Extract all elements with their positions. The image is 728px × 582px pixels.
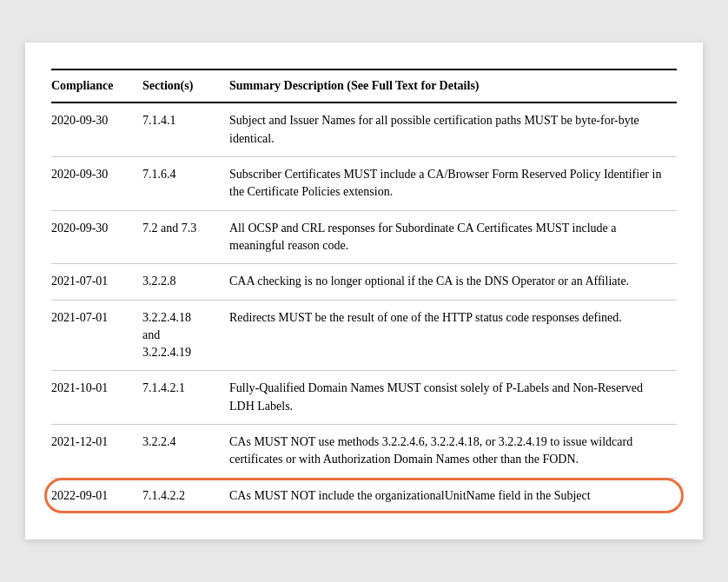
cell-description: CAs MUST NOT include the organizationalU… xyxy=(229,478,677,513)
header-compliance: Compliance xyxy=(51,69,142,103)
table-row: 2020-09-307.1.4.1Subject and Issuer Name… xyxy=(51,103,677,156)
cell-sections: 3.2.2.8 xyxy=(142,264,229,300)
table-row: 2022-09-017.1.4.2.2CAs MUST NOT include … xyxy=(51,478,677,513)
table-row: 2021-12-013.2.2.4CAs MUST NOT use method… xyxy=(51,424,677,478)
cell-description: All OCSP and CRL responses for Subordina… xyxy=(229,210,677,264)
cell-description: CAA checking is no longer optional if th… xyxy=(229,264,677,300)
table-row: 2021-07-013.2.2.4.18and3.2.2.4.19Redirec… xyxy=(51,300,677,371)
header-description: Summary Description (See Full Text for D… xyxy=(229,69,677,103)
cell-sections: 7.1.4.2.1 xyxy=(142,371,229,425)
cell-description: Redirects MUST be the result of one of t… xyxy=(229,300,677,371)
cell-compliance-date: 2020-09-30 xyxy=(51,157,142,211)
cell-description: Fully-Qualified Domain Names MUST consis… xyxy=(229,371,677,425)
cell-sections: 7.1.4.1 xyxy=(142,103,229,156)
cell-sections: 3.2.2.4 xyxy=(142,424,229,478)
table-wrapper: Compliance Section(s) Summary Descriptio… xyxy=(51,69,677,513)
cell-compliance-date: 2021-10-01 xyxy=(51,371,142,425)
table-row: 2020-09-307.2 and 7.3All OCSP and CRL re… xyxy=(51,210,677,264)
cell-sections: 3.2.2.4.18and3.2.2.4.19 xyxy=(142,300,229,371)
table-header-row: Compliance Section(s) Summary Descriptio… xyxy=(51,69,677,103)
cell-sections: 7.1.6.4 xyxy=(142,157,229,211)
cell-description: Subscriber Certificates MUST include a C… xyxy=(229,157,677,211)
cell-description: CAs MUST NOT use methods 3.2.2.4.6, 3.2.… xyxy=(229,424,677,478)
compliance-table: Compliance Section(s) Summary Descriptio… xyxy=(51,69,677,513)
cell-compliance-date: 2021-07-01 xyxy=(51,300,142,371)
cell-compliance-date: 2020-09-30 xyxy=(51,103,142,156)
cell-compliance-date: 2021-12-01 xyxy=(51,424,142,478)
table-row: 2021-10-017.1.4.2.1Fully-Qualified Domai… xyxy=(51,371,677,425)
page-container: Compliance Section(s) Summary Descriptio… xyxy=(25,43,703,539)
cell-description: Subject and Issuer Names for all possibl… xyxy=(229,103,677,156)
cell-compliance-date: 2020-09-30 xyxy=(51,210,142,264)
cell-compliance-date: 2022-09-01 xyxy=(51,478,142,513)
cell-compliance-date: 2021-07-01 xyxy=(51,264,142,300)
cell-sections: 7.2 and 7.3 xyxy=(142,210,229,264)
table-row: 2021-07-013.2.2.8CAA checking is no long… xyxy=(51,264,677,300)
header-sections: Section(s) xyxy=(142,69,229,103)
table-row: 2020-09-307.1.6.4Subscriber Certificates… xyxy=(51,157,677,211)
cell-sections: 7.1.4.2.2 xyxy=(142,478,229,513)
